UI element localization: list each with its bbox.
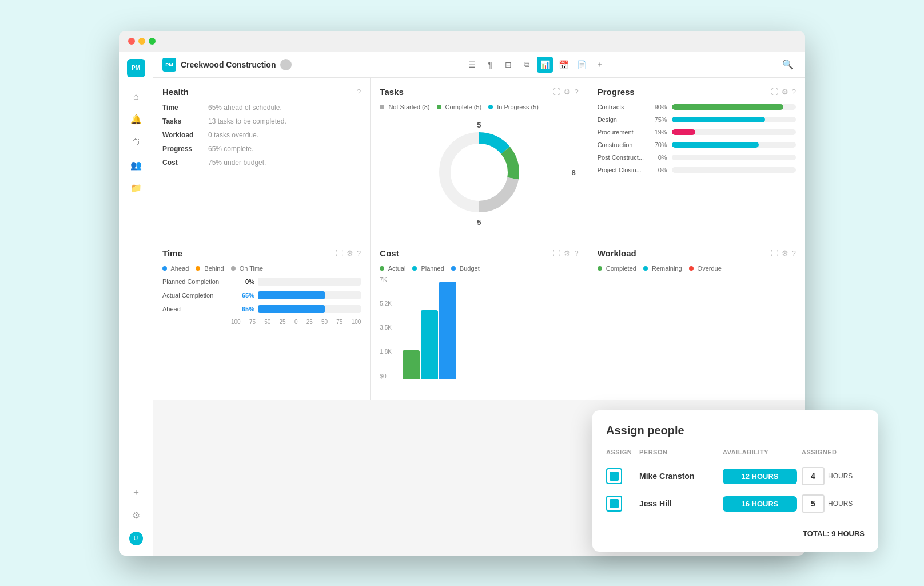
toolbar-icon-list[interactable]: ☰	[464, 57, 480, 73]
time-legend-ahead: Ahead	[162, 265, 189, 272]
close-button[interactable]	[128, 38, 135, 45]
health-value-workload: 0 tasks overdue.	[208, 131, 258, 139]
progress-gear-icon[interactable]: ⚙	[782, 88, 788, 96]
time-fill-actual	[258, 291, 325, 299]
toolbar-icon-paragraph[interactable]: ¶	[482, 57, 498, 73]
cost-bar-group	[403, 282, 578, 379]
workload-legend-completed: Completed	[598, 265, 636, 272]
cost-bar-planned	[421, 310, 438, 379]
toolbar-icon-filter[interactable]: ⊟	[500, 57, 516, 73]
progress-fill-procurement	[672, 129, 695, 135]
progress-expand-icon[interactable]: ⛶	[771, 88, 778, 96]
health-title: Health	[162, 87, 189, 97]
progress-bar-post	[672, 155, 796, 160]
progress-bar-design	[672, 117, 796, 122]
donut-container: 5 8 5	[380, 115, 578, 229]
checkbox-mike[interactable]	[606, 468, 622, 484]
cost-actions: ⛶ ⚙ ?	[553, 249, 578, 258]
sidebar-icon-home[interactable]: ⌂	[126, 86, 146, 107]
time-legend-behind: Behind	[196, 265, 224, 272]
toolbar-icon-plus[interactable]: ＋	[592, 57, 608, 73]
toolbar-icon-document[interactable]: 📄	[573, 57, 590, 73]
time-pct-planned: 0%	[234, 278, 254, 285]
checkbox-inner-mike	[610, 472, 619, 481]
modal-row-jess: Jess Hill 16 HOURS 5 HOURS	[606, 494, 865, 513]
health-value-progress: 65% complete.	[208, 145, 253, 153]
donut-label-right: 8	[571, 168, 575, 176]
health-value-time: 65% ahead of schedule.	[208, 104, 282, 112]
progress-help-icon[interactable]: ?	[792, 88, 796, 96]
tasks-panel: Tasks ⛶ ⚙ ? Not Started (8)	[371, 78, 587, 239]
checkbox-jess[interactable]	[606, 496, 622, 512]
cost-gear-icon[interactable]: ⚙	[564, 249, 571, 258]
workload-help-icon[interactable]: ?	[792, 249, 796, 258]
progress-pct-contracts: 90%	[649, 104, 667, 110]
health-row-tasks: Tasks 13 tasks to be completed.	[162, 117, 361, 125]
health-row-cost: Cost 75% under budget.	[162, 159, 361, 167]
workload-expand-icon[interactable]: ⛶	[771, 249, 778, 258]
time-track-actual	[258, 291, 361, 299]
tasks-help-icon[interactable]: ?	[574, 88, 578, 96]
health-help-icon[interactable]: ?	[357, 88, 361, 96]
cost-expand-icon[interactable]: ⛶	[553, 249, 560, 258]
toolbar-icon-calendar[interactable]: 📅	[555, 57, 571, 73]
workload-legend: Completed Remaining Overdue	[598, 265, 796, 272]
workload-gear-icon[interactable]: ⚙	[782, 249, 788, 258]
modal-title: Assign people	[606, 424, 865, 437]
search-icon[interactable]: 🔍	[780, 57, 796, 73]
health-label-cost: Cost	[162, 159, 208, 167]
assigned-box-mike[interactable]: 4	[802, 467, 825, 485]
checkbox-inner-jess	[610, 499, 619, 508]
sidebar-icon-gear[interactable]: ⚙	[126, 505, 146, 526]
brand-name: Creekwood Construction	[181, 60, 276, 69]
health-row-time: Time 65% ahead of schedule.	[162, 104, 361, 112]
progress-row-closing: Project Closin... 0%	[598, 167, 796, 173]
time-help-icon[interactable]: ?	[357, 249, 361, 258]
health-panel-header: Health ?	[162, 87, 361, 97]
sidebar-icon-archive[interactable]: 📁	[126, 178, 146, 199]
progress-fill-design	[672, 117, 765, 122]
sidebar-icon-plus[interactable]: ＋	[126, 482, 146, 503]
progress-fill-construction	[672, 142, 759, 148]
legend-dot-remaining	[643, 266, 648, 271]
header-assign: ASSIGN	[606, 449, 635, 456]
cost-bar-actual	[403, 350, 420, 379]
sidebar-icon-people[interactable]: 👥	[126, 155, 146, 176]
maximize-button[interactable]	[149, 38, 156, 45]
health-label-workload: Workload	[162, 131, 208, 139]
toolbar-icon-chart[interactable]: 📊	[537, 57, 553, 73]
progress-bar-closing	[672, 167, 796, 173]
tasks-gear-icon[interactable]: ⚙	[564, 88, 571, 96]
time-expand-icon[interactable]: ⛶	[336, 249, 343, 258]
tasks-expand-icon[interactable]: ⛶	[553, 88, 560, 96]
sidebar-logo[interactable]: PM	[127, 59, 145, 77]
assigned-label-mike: HOURS	[828, 472, 853, 480]
assigned-jess: 5 HOURS	[802, 494, 865, 513]
titlebar	[119, 31, 805, 52]
cost-help-icon[interactable]: ?	[574, 249, 578, 258]
assigned-box-jess[interactable]: 5	[802, 494, 825, 513]
progress-title: Progress	[598, 87, 635, 97]
sidebar-icon-clock[interactable]: ⏱	[126, 132, 146, 153]
time-gear-icon[interactable]: ⚙	[346, 249, 353, 258]
progress-pct-procurement: 19%	[649, 129, 667, 136]
health-row-workload: Workload 0 tasks overdue.	[162, 131, 361, 139]
legend-dot-ontime	[231, 266, 236, 271]
progress-pct-construction: 70%	[649, 141, 667, 148]
toolbar-icon-copy[interactable]: ⧉	[519, 57, 535, 73]
assigned-mike: 4 HOURS	[802, 467, 865, 485]
workload-legend-overdue: Overdue	[689, 265, 722, 272]
progress-row-contracts: Contracts 90%	[598, 104, 796, 110]
tasks-panel-header: Tasks ⛶ ⚙ ?	[380, 87, 578, 97]
time-pct-actual: 65%	[234, 292, 254, 299]
cost-legend-budget: Budget	[451, 265, 480, 272]
progress-label-closing: Project Closin...	[598, 167, 649, 173]
workload-legend-remaining: Remaining	[643, 265, 682, 272]
sidebar-icon-avatar[interactable]: U	[126, 528, 146, 549]
time-label-actual: Actual Completion	[162, 292, 231, 299]
tasks-actions: ⛶ ⚙ ?	[553, 88, 578, 96]
progress-rows: Contracts 90% Design 75%	[598, 104, 796, 173]
time-chart: Planned Completion 0% Actual Completion …	[162, 278, 361, 325]
sidebar-icon-bell[interactable]: 🔔	[126, 109, 146, 130]
minimize-button[interactable]	[138, 38, 145, 45]
